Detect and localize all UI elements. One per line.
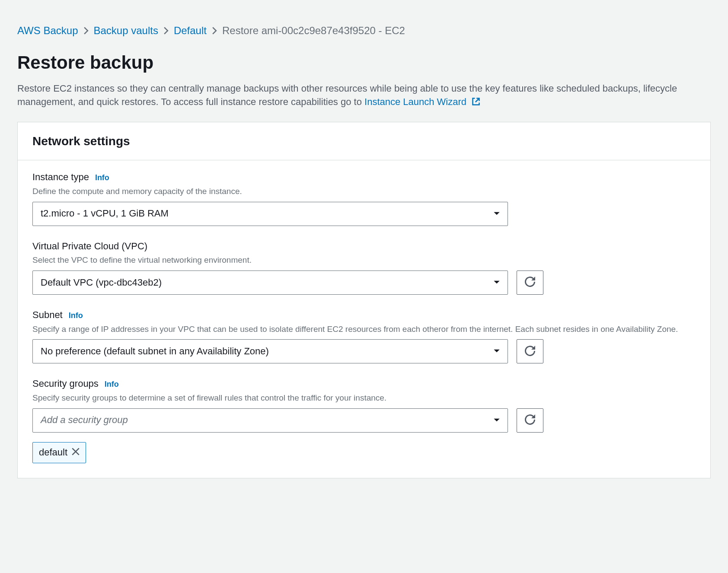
page-title: Restore backup	[17, 50, 711, 76]
breadcrumb-current: Restore ami-00c2c9e87e43f9520 - EC2	[222, 23, 405, 38]
chevron-right-icon	[212, 27, 217, 35]
instance-launch-wizard-link-label: Instance Launch Wizard	[364, 96, 466, 107]
network-settings-panel: Network settings Instance type Info Defi…	[17, 122, 711, 478]
close-icon	[72, 446, 80, 459]
subnet-label: Subnet	[32, 309, 63, 322]
breadcrumb-aws-backup[interactable]: AWS Backup	[17, 23, 78, 38]
external-link-icon	[472, 96, 480, 110]
security-groups-refresh-button[interactable]	[517, 408, 543, 433]
instance-type-info-link[interactable]: Info	[95, 172, 109, 183]
breadcrumb: AWS Backup Backup vaults Default Restore…	[17, 13, 711, 42]
refresh-icon	[525, 277, 535, 288]
subnet-select[interactable]: No preference (default subnet in any Ava…	[32, 339, 508, 363]
security-groups-label: Security groups	[32, 377, 99, 391]
panel-header: Network settings	[18, 122, 710, 160]
chevron-right-icon	[163, 27, 169, 35]
breadcrumb-backup-vaults[interactable]: Backup vaults	[94, 23, 158, 38]
vpc-refresh-button[interactable]	[517, 271, 543, 295]
subnet-help: Specify a range of IP addresses in your …	[32, 324, 696, 335]
page-description-text: Restore EC2 instances so they can centra…	[17, 83, 677, 107]
field-subnet: Subnet Info Specify a range of IP addres…	[32, 309, 696, 363]
remove-token-button[interactable]	[72, 446, 80, 459]
vpc-value: Default VPC (vpc-dbc43eb2)	[41, 276, 162, 290]
subnet-refresh-button[interactable]	[517, 339, 543, 363]
panel-title: Network settings	[32, 133, 696, 150]
security-group-token-label: default	[39, 446, 67, 459]
instance-launch-wizard-link[interactable]: Instance Launch Wizard	[364, 96, 480, 107]
instance-type-help: Define the compute and memory capacity o…	[32, 186, 696, 197]
vpc-help: Select the VPC to define the virtual net…	[32, 255, 696, 266]
subnet-info-link[interactable]: Info	[69, 310, 83, 321]
chevron-right-icon	[83, 27, 89, 35]
refresh-icon	[525, 346, 535, 357]
breadcrumb-default[interactable]: Default	[174, 23, 207, 38]
field-security-groups: Security groups Info Specify security gr…	[32, 377, 696, 463]
security-groups-help: Specify security groups to determine a s…	[32, 392, 696, 404]
instance-type-value: t2.micro - 1 vCPU, 1 GiB RAM	[41, 207, 169, 220]
instance-type-select[interactable]: t2.micro - 1 vCPU, 1 GiB RAM	[32, 202, 508, 226]
field-instance-type: Instance type Info Define the compute an…	[32, 171, 696, 226]
security-groups-info-link[interactable]: Info	[105, 379, 119, 390]
security-groups-placeholder: Add a security group	[41, 414, 128, 427]
refresh-icon	[525, 414, 535, 426]
vpc-label: Virtual Private Cloud (VPC)	[32, 240, 147, 253]
page-description: Restore EC2 instances so they can centra…	[17, 82, 709, 110]
security-groups-select[interactable]: Add a security group	[32, 408, 508, 433]
instance-type-label: Instance type	[32, 171, 89, 184]
security-group-token: default	[32, 442, 86, 463]
subnet-value: No preference (default subnet in any Ava…	[41, 345, 269, 358]
field-vpc: Virtual Private Cloud (VPC) Select the V…	[32, 240, 696, 295]
vpc-select[interactable]: Default VPC (vpc-dbc43eb2)	[32, 271, 508, 295]
